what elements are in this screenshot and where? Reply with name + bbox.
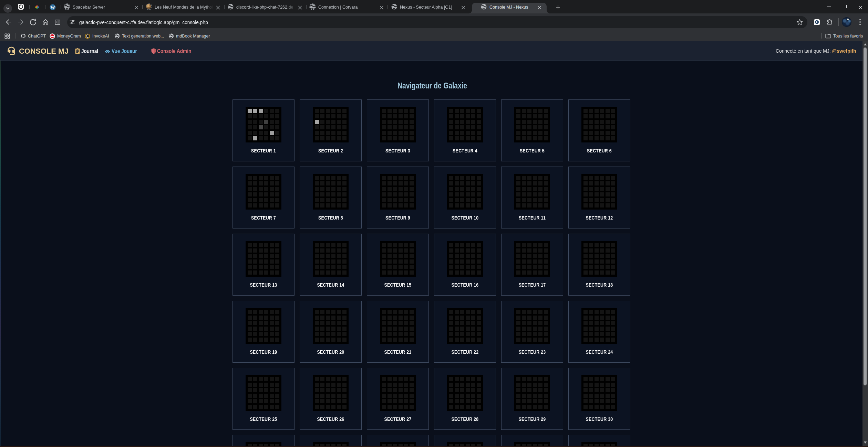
svg-text:W: W: [50, 4, 55, 10]
